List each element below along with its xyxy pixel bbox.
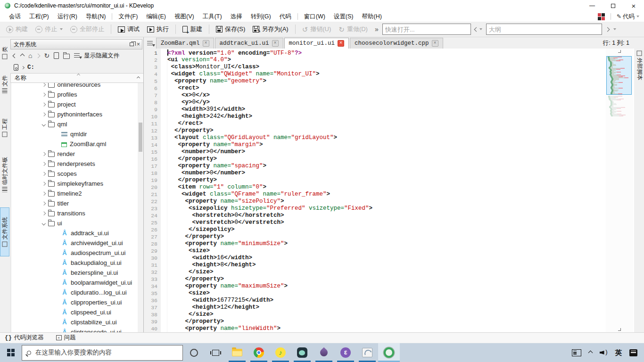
tree-item[interactable]: titler xyxy=(11,198,143,208)
menu-item-file[interactable]: 文件(F) xyxy=(114,12,142,22)
document-list-icon[interactable] xyxy=(144,38,156,49)
code-line[interactable]: <rect> xyxy=(167,85,634,92)
code-line[interactable]: <?xml version="1.0" encoding="UTF-8"?> xyxy=(167,49,634,57)
menu-item-settings[interactable]: 设置(S) xyxy=(330,12,358,22)
close-panel-icon[interactable]: × xyxy=(137,41,140,48)
outline-combobox[interactable] xyxy=(486,24,602,35)
code-line[interactable]: <ui version="4.0"> xyxy=(167,57,634,64)
editor-tab-zoombar-qml[interactable]: ZoomBar.qml× xyxy=(156,38,214,49)
drive-selector[interactable]: C: xyxy=(9,62,143,73)
code-line[interactable]: <x>0</x> xyxy=(167,92,634,99)
code-line[interactable]: </property> xyxy=(167,318,634,325)
toolview-button-problems[interactable]: ×问题 xyxy=(56,334,76,342)
start-button[interactable] xyxy=(0,343,22,362)
code-line[interactable]: <property name="spacing"> xyxy=(167,163,634,170)
menu-item-tools[interactable]: 工具(T) xyxy=(198,12,226,22)
fs-forward-button[interactable] xyxy=(36,53,41,58)
action-center-icon[interactable] xyxy=(629,349,637,356)
code-line[interactable]: </sizepolicy> xyxy=(167,226,634,233)
code-line[interactable]: </property> xyxy=(167,177,634,184)
expand-icon[interactable] xyxy=(42,192,46,196)
scroll-up-icon[interactable] xyxy=(618,50,621,53)
code-line[interactable]: <class>Monitor_UI</class> xyxy=(167,64,634,71)
sidebar-tab-filesystem[interactable]: 文件系统 xyxy=(0,207,9,256)
code-line[interactable]: </property> xyxy=(167,233,634,240)
name-column-header[interactable]: 名称 xyxy=(10,73,143,83)
sidebar-tab-classes[interactable]: 类 xyxy=(0,41,9,64)
tree-item[interactable]: qmldir xyxy=(11,129,143,139)
tree-item[interactable]: Åclipproperties_ui.ui xyxy=(11,297,143,307)
expand-icon[interactable] xyxy=(42,162,46,166)
code-line[interactable]: <size> xyxy=(167,290,634,297)
code-line[interactable]: <horstretch>0</horstretch> xyxy=(167,212,634,219)
toolbar-button-debug[interactable]: 调试 xyxy=(115,23,143,35)
expand-icon[interactable] xyxy=(42,172,46,176)
code-line[interactable]: <widget class="QFrame" name="ruler_frame… xyxy=(167,191,634,198)
tree-item[interactable]: simplekeyframes xyxy=(11,179,143,189)
code-line[interactable]: <sizepolicy hsizetype="Preferred" vsizet… xyxy=(167,205,634,212)
code-line[interactable]: </property> xyxy=(167,276,634,283)
menu-item-project[interactable]: 工程(P) xyxy=(25,12,53,22)
menu-item-code[interactable]: 代码 xyxy=(275,12,296,22)
icon-border[interactable] xyxy=(161,49,167,332)
sidebar-tab-external-scripts[interactable]: 外部脚本 xyxy=(634,40,644,91)
outline-prev-button[interactable] xyxy=(473,28,484,31)
tree-item[interactable]: profiles xyxy=(11,90,143,99)
code-line[interactable]: <widget class="QWidget" name="Monitor_UI… xyxy=(167,71,634,78)
expand-icon[interactable] xyxy=(42,93,46,97)
code-line[interactable]: <height>8</height> xyxy=(167,262,634,269)
code-line[interactable]: </property> xyxy=(167,127,634,134)
collapse-icon[interactable] xyxy=(42,222,46,225)
menu-item-help[interactable]: 帮助(H) xyxy=(358,12,386,22)
taskbar-search-box[interactable]: 在这里输入你要搜索的内容 xyxy=(22,345,183,361)
code-area-button[interactable]: ✎ 代码 xyxy=(617,13,639,21)
fs-new-file-button[interactable] xyxy=(54,52,59,59)
taskbar-app-dark-messenger-app[interactable] xyxy=(291,343,313,362)
code-line[interactable]: <property name="maximumSize"> xyxy=(167,283,634,290)
menu-item-session[interactable]: 会话 xyxy=(5,12,25,22)
expand-icon[interactable] xyxy=(42,202,46,206)
taskbar-app-purple-flame-app[interactable] xyxy=(313,343,335,362)
menu-item-window[interactable]: 窗口(W) xyxy=(300,12,330,22)
taskbar-app-qq-music[interactable]: ♪ xyxy=(270,343,291,362)
code-line[interactable]: <width>16</width> xyxy=(167,255,634,262)
fs-sort-button[interactable] xyxy=(74,53,80,58)
quick-open-input[interactable] xyxy=(382,24,471,35)
tree-item[interactable]: Åcliptranscode_ui.ui xyxy=(11,327,143,332)
expand-icon[interactable] xyxy=(42,103,46,107)
taskbar-app-quill-app[interactable] xyxy=(356,343,378,362)
tree-item[interactable]: qml xyxy=(11,119,143,129)
editor-tab-addtrack-ui[interactable]: addtrack_ui.ui× xyxy=(215,38,283,49)
float-panel-icon[interactable] xyxy=(130,42,134,46)
fs-new-folder-button[interactable] xyxy=(63,54,70,59)
toolbar-button-save[interactable]: 保存(S) xyxy=(213,23,248,35)
menu-item-edit[interactable]: 编辑(E) xyxy=(142,12,170,22)
toolbar-button-save-as[interactable]: ✎另存为(A) xyxy=(249,23,291,35)
menu-item-view[interactable]: 视图(V) xyxy=(170,12,198,22)
tree-scrollbar[interactable] xyxy=(138,83,143,332)
code-line[interactable]: <property name="margin"> xyxy=(167,141,634,148)
close-tab-icon[interactable]: × xyxy=(203,40,209,47)
tree-item[interactable]: timeline2 xyxy=(11,189,143,198)
tree-scrollbar-thumb[interactable] xyxy=(139,123,142,152)
toolview-button-code-browser[interactable]: {}代码浏览器 xyxy=(5,334,44,342)
tree-item[interactable]: Åclipspeed_ui.ui xyxy=(11,307,143,317)
code-line[interactable]: </size> xyxy=(167,269,634,276)
sidebar-tab-projects[interactable]: 工程 xyxy=(0,114,9,141)
close-tab-icon[interactable]: × xyxy=(432,40,438,47)
menu-item-navigation[interactable]: 导航(N) xyxy=(82,12,110,22)
code-line[interactable]: <height>12</height> xyxy=(167,304,634,311)
show-hidden-files-button[interactable]: 显示隐藏文件 xyxy=(84,52,119,60)
minimize-button[interactable]: — xyxy=(582,0,603,11)
expand-icon[interactable] xyxy=(42,212,46,215)
tree-item[interactable]: pythoninterfaces xyxy=(11,109,143,119)
menu-item-run[interactable]: 运行(R) xyxy=(53,12,82,22)
tree-item[interactable]: ui xyxy=(11,218,143,228)
code-line[interactable]: </property> xyxy=(167,156,634,163)
taskbar-app-emacs[interactable]: ε xyxy=(335,343,356,362)
taskbar-app-chrome-browser[interactable] xyxy=(248,343,270,362)
code-line[interactable]: <property name="lineWidth"> xyxy=(167,325,634,332)
fs-home-button[interactable]: ⌂ xyxy=(28,52,32,59)
sidebar-tab-scratchpad[interactable]: 临时文件板 xyxy=(0,152,9,197)
minimap-scrollbar[interactable] xyxy=(606,49,633,332)
